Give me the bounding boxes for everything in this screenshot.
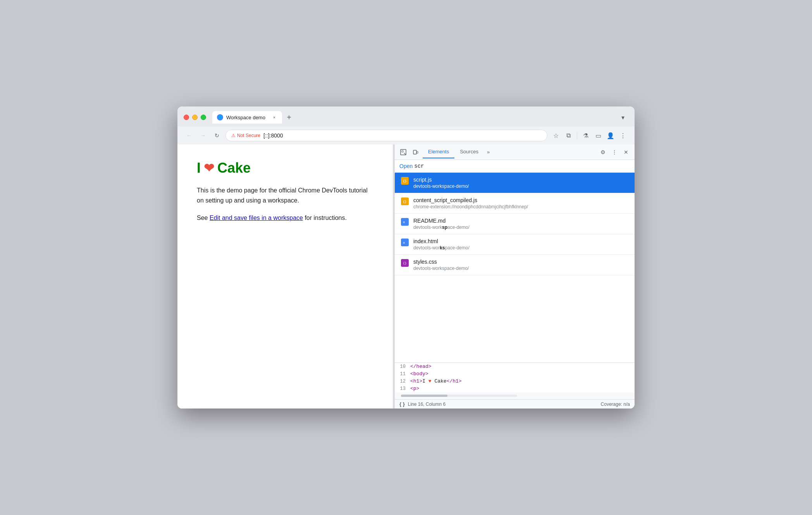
tab-dropdown-button[interactable]: ▾ bbox=[618, 112, 628, 123]
devtools-status-bar: { } Line 16, Column 6 Coverage: n/a bbox=[395, 399, 635, 409]
scrollbar-area bbox=[395, 392, 635, 399]
page-heading: I ❤ Cake bbox=[197, 160, 373, 176]
globe-icon: 🌐 bbox=[218, 115, 222, 119]
list-item[interactable]: ≡ README.md devtools-workspace-demo/ bbox=[395, 214, 635, 234]
code-content: </head> bbox=[410, 364, 432, 369]
extensions-button[interactable]: ⧉ bbox=[563, 130, 574, 141]
new-tab-button[interactable]: + bbox=[284, 112, 294, 123]
inspect-element-button[interactable] bbox=[398, 147, 409, 158]
close-traffic-light[interactable] bbox=[184, 115, 189, 120]
page-content: I ❤ Cake This is the demo page for the o… bbox=[177, 144, 393, 409]
file-name: index.html bbox=[413, 238, 628, 244]
file-path: devtools-workspace-demo/ bbox=[413, 225, 628, 230]
open-label: Open bbox=[399, 163, 413, 169]
sidebar-button[interactable]: ▭ bbox=[593, 130, 604, 141]
back-button[interactable]: ← bbox=[184, 130, 194, 141]
devtools-tabs: Elements Sources » bbox=[423, 146, 596, 158]
list-item[interactable]: {} content_script_compiled.js chrome-ext… bbox=[395, 193, 635, 214]
maximize-traffic-light[interactable] bbox=[201, 115, 206, 120]
script-icon: {} bbox=[402, 178, 408, 184]
devtools-settings-button[interactable]: ⚙ bbox=[597, 147, 608, 158]
traffic-lights bbox=[184, 115, 206, 120]
page-description: This is the demo page for the official C… bbox=[197, 185, 373, 205]
link-suffix: for instructions. bbox=[303, 215, 347, 221]
tab-sources[interactable]: Sources bbox=[454, 146, 484, 158]
path-after: ace-demo/ bbox=[447, 225, 470, 230]
line-number: 11 bbox=[395, 371, 410, 377]
scrollbar-thumb[interactable] bbox=[401, 395, 447, 397]
svg-text:≡: ≡ bbox=[403, 220, 405, 224]
tab-close-button[interactable]: × bbox=[271, 114, 277, 120]
doc-file-icon: ≡ bbox=[401, 239, 409, 246]
active-tab[interactable]: 🌐 Workspace demo × bbox=[212, 111, 282, 124]
list-item[interactable]: {} styles.css devtools-workspace-demo/ bbox=[395, 255, 635, 275]
more-menu-button[interactable]: ⋮ bbox=[618, 130, 628, 141]
svg-text:{}: {} bbox=[403, 180, 407, 183]
file-info: styles.css devtools-workspace-demo/ bbox=[413, 259, 628, 271]
reload-button[interactable]: ↻ bbox=[212, 130, 222, 141]
file-info: script.js devtools-workspace-demo/ bbox=[413, 177, 628, 189]
warning-icon: ⚠ bbox=[231, 133, 236, 138]
list-item[interactable]: ≡ index.html devtools-workspace-demo/ bbox=[395, 234, 635, 255]
nav-actions: ☆ ⧉ ⚗ ▭ 👤 ⋮ bbox=[551, 130, 628, 141]
script-icon: {} bbox=[402, 199, 408, 204]
line-number: 13 bbox=[395, 386, 410, 391]
tab-bar: 🌐 Workspace demo × + ▾ bbox=[212, 111, 628, 124]
doc-icon: ≡ bbox=[402, 219, 408, 225]
search-query[interactable]: scr bbox=[414, 163, 630, 169]
status-left: { } Line 16, Column 6 bbox=[399, 401, 446, 407]
devtools-panel: Elements Sources » ⚙ ⋮ ✕ Open scr bbox=[394, 144, 635, 409]
address-bar[interactable]: ⚠ Not Secure [::]:8000 bbox=[225, 130, 547, 141]
address-text: [::]:8000 bbox=[263, 132, 542, 139]
tab-elements[interactable]: Elements bbox=[423, 146, 454, 158]
content-area: I ❤ Cake This is the demo page for the o… bbox=[177, 144, 635, 409]
inspect-icon bbox=[400, 149, 406, 155]
svg-line-2 bbox=[404, 153, 406, 154]
code-tag: <h1> bbox=[410, 378, 422, 384]
devtools-more-button[interactable]: ⋮ bbox=[609, 147, 620, 158]
security-indicator: ⚠ Not Secure bbox=[231, 133, 260, 138]
file-info: index.html devtools-workspace-demo/ bbox=[413, 238, 628, 251]
svg-text:≡: ≡ bbox=[403, 241, 405, 245]
file-name: styles.css bbox=[413, 259, 628, 265]
js-file-icon: {} bbox=[401, 197, 409, 205]
code-tag: </h1> bbox=[447, 378, 462, 384]
profile-button[interactable]: 👤 bbox=[605, 130, 616, 141]
path-highlight: sp bbox=[442, 225, 447, 230]
forward-button[interactable]: → bbox=[198, 130, 208, 141]
i-text: I bbox=[197, 160, 201, 176]
minimize-traffic-light[interactable] bbox=[192, 115, 198, 120]
path-before: devtools-work bbox=[413, 225, 442, 230]
security-text: Not Secure bbox=[237, 133, 260, 138]
format-icon[interactable]: { } bbox=[399, 401, 405, 407]
device-toolbar-button[interactable] bbox=[410, 147, 421, 158]
search-input-row: Open scr bbox=[399, 163, 630, 169]
file-name: README.md bbox=[413, 218, 628, 224]
line-number: 10 bbox=[395, 364, 410, 369]
list-item[interactable]: {} script.js devtools-workspace-demo/ bbox=[395, 173, 635, 193]
scrollbar-track[interactable] bbox=[401, 395, 517, 397]
lab-button[interactable]: ⚗ bbox=[580, 130, 591, 141]
tab-more-button[interactable]: » bbox=[484, 147, 493, 157]
workspace-link[interactable]: Edit and save files in a workspace bbox=[210, 215, 303, 221]
nav-bar: ← → ↻ ⚠ Not Secure [::]:8000 ☆ ⧉ ⚗ ▭ 👤 ⋮ bbox=[177, 127, 635, 144]
link-prefix: See bbox=[197, 215, 210, 221]
line-number: 12 bbox=[395, 379, 410, 384]
doc-file-icon: ≡ bbox=[401, 218, 409, 226]
cake-text: Cake bbox=[217, 160, 251, 176]
file-name: script.js bbox=[413, 177, 628, 183]
page-link-text: See Edit and save files in a workspace f… bbox=[197, 213, 373, 223]
css-icon: {} bbox=[402, 260, 408, 266]
code-line: 10 </head> bbox=[395, 363, 635, 370]
file-path: chrome-extension://noondiphcddnnabmjcihc… bbox=[413, 204, 628, 209]
browser-window: 🌐 Workspace demo × + ▾ ← → ↻ ⚠ Not Secur… bbox=[177, 106, 635, 409]
svg-text:{}: {} bbox=[403, 200, 407, 204]
code-line: 12 <h1>I ♥ Cake</h1> bbox=[395, 378, 635, 385]
code-text: Cake bbox=[432, 378, 447, 384]
coverage-status: Coverage: n/a bbox=[601, 402, 630, 407]
file-name: content_script_compiled.js bbox=[413, 197, 628, 203]
bookmark-button[interactable]: ☆ bbox=[551, 130, 561, 141]
devtools-close-button[interactable]: ✕ bbox=[621, 147, 631, 158]
svg-text:{}: {} bbox=[403, 262, 407, 265]
code-line: 13 <p> bbox=[395, 385, 635, 392]
